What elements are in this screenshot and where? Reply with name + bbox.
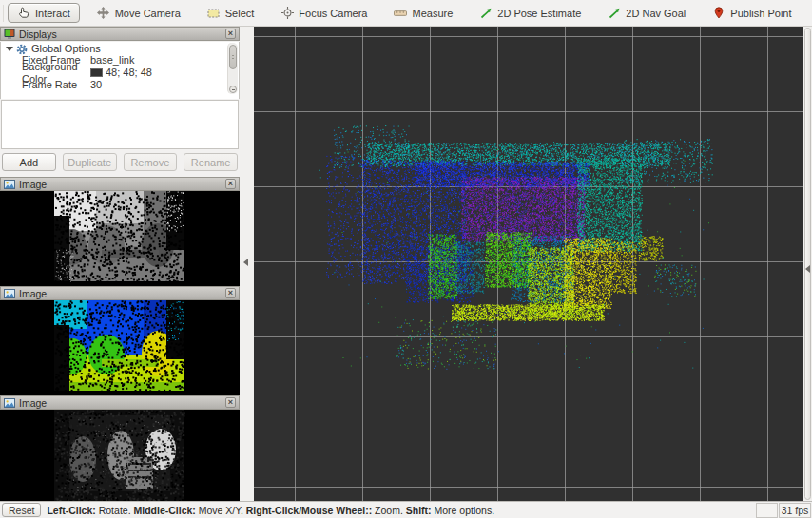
duplicate-button[interactable]: Duplicate <box>63 153 117 171</box>
render-viewport[interactable] <box>254 27 803 501</box>
image-icon <box>4 179 15 190</box>
displays-panel-title: Displays <box>19 29 222 40</box>
tree-row-background-color[interactable]: Background Color 48; 48; 48 <box>1 67 239 79</box>
panel-splitter[interactable] <box>240 27 254 501</box>
reset-button[interactable]: Reset <box>2 503 41 517</box>
tool-2d-pose-estimate[interactable]: 2D Pose Estimate <box>474 3 587 23</box>
focus-camera-icon <box>280 7 294 19</box>
tool-label: Select <box>225 8 255 19</box>
tool-label: 2D Nav Goal <box>626 8 686 19</box>
expander-triangle-icon[interactable] <box>6 47 13 51</box>
property-value[interactable]: base_link <box>87 54 239 67</box>
publish-point-pin-icon <box>712 7 725 19</box>
status-spacer-cell <box>756 503 778 518</box>
tool-label: Publish Point <box>730 8 791 19</box>
pose-estimate-arrow-icon <box>479 7 493 19</box>
pointcloud-canvas[interactable] <box>254 27 803 501</box>
tool-interact[interactable]: Interact <box>8 3 80 23</box>
global-options-gear-icon <box>16 44 28 55</box>
image-panel-2-header: Image × <box>0 286 240 300</box>
image-panel-close-button[interactable]: × <box>225 288 236 298</box>
displays-tree: Global Options Fixed Frame base_link Bac… <box>0 42 240 99</box>
image-panel-close-button[interactable]: × <box>225 179 236 189</box>
image-icon <box>4 288 15 299</box>
toolbar-drag-handle[interactable] <box>3 5 4 22</box>
image-icon <box>4 397 15 409</box>
tool-2d-nav-goal[interactable]: 2D Nav Goal <box>602 3 691 23</box>
tree-vertical-scrollbar[interactable] <box>227 43 238 94</box>
tool-label: Interact <box>35 8 70 19</box>
rviz-window: Interact Move Camera Select Focus Camera <box>0 0 812 518</box>
tool-measure[interactable]: Measure <box>388 3 458 23</box>
image-panel-title: Image <box>19 397 222 409</box>
image-panel-1-header: Image × <box>0 177 240 191</box>
tool-move-camera[interactable]: Move Camera <box>91 3 186 23</box>
image-panel-title: Image <box>19 179 222 190</box>
remove-button[interactable]: Remove <box>124 153 178 171</box>
image-panel-3-header: Image × <box>0 395 240 410</box>
tool-select[interactable]: Select <box>202 3 261 23</box>
tool-label: Focus Camera <box>299 8 367 19</box>
displays-close-button[interactable]: × <box>225 29 236 39</box>
property-value[interactable]: 30 <box>87 79 239 91</box>
fps-counter: 31 fps <box>779 503 811 518</box>
image-panel-close-button[interactable]: × <box>225 397 236 408</box>
select-box-icon <box>207 7 221 19</box>
scrollbar-thumb[interactable] <box>229 45 237 69</box>
toolbar: Interact Move Camera Select Focus Camera <box>0 0 812 27</box>
image-view-ir-dark <box>0 410 240 501</box>
move-camera-icon <box>97 7 110 19</box>
status-bar: Reset Left-Click: Rotate. Middle-Click: … <box>0 501 812 518</box>
tool-focus-camera[interactable]: Focus Camera <box>275 3 373 23</box>
color-swatch <box>90 68 103 77</box>
interact-hand-icon <box>17 7 30 19</box>
left-panel: Displays × Global Options Fixed Frame ba… <box>0 27 240 501</box>
image-view-depth-rainbow <box>0 300 240 395</box>
displays-button-row: Add Duplicate Remove Rename <box>0 153 240 172</box>
displays-panel-header: Displays × <box>0 27 240 41</box>
right-splitter-collapse-arrow-icon[interactable] <box>805 265 810 273</box>
displays-empty-area <box>1 100 239 149</box>
tool-publish-point[interactable]: Publish Point <box>706 3 797 23</box>
property-value[interactable]: 48; 48; 48 <box>87 67 239 79</box>
tool-label: Move Camera <box>115 8 181 19</box>
add-button[interactable]: Add <box>2 153 56 171</box>
displays-monitor-icon <box>4 29 15 40</box>
tree-row-global-options[interactable]: Global Options <box>1 42 239 54</box>
property-key: Frame Rate <box>1 79 87 91</box>
mouse-hints-text: Left-Click: Rotate. Middle-Click: Move X… <box>41 505 756 516</box>
rename-button[interactable]: Rename <box>184 153 238 171</box>
splitter-collapse-arrow-icon[interactable] <box>243 259 248 266</box>
tree-row-frame-rate[interactable]: Frame Rate 30 <box>1 79 239 91</box>
scrollbar-stepper[interactable] <box>229 86 237 93</box>
right-scrollbar-track[interactable] <box>804 28 811 500</box>
image-panel-title: Image <box>19 288 222 299</box>
right-panel-splitter[interactable] <box>803 27 812 501</box>
nav-goal-arrow-icon <box>608 7 621 19</box>
tool-label: Measure <box>412 8 453 19</box>
measure-ruler-icon <box>394 7 407 19</box>
tool-label: 2D Pose Estimate <box>497 8 581 19</box>
image-view-depth-gray <box>0 191 240 286</box>
